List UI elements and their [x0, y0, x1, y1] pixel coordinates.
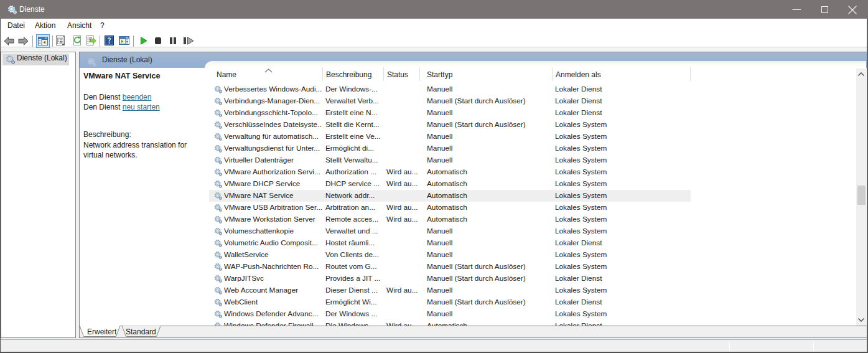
svg-text:Erweitert: Erweitert: [87, 327, 117, 336]
svg-text:Standard: Standard: [126, 327, 156, 336]
